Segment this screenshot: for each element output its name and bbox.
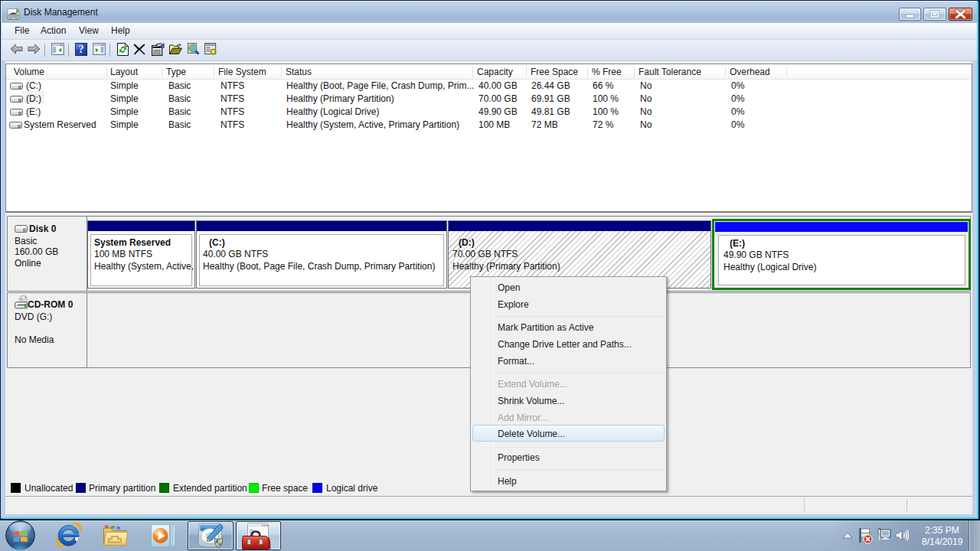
svg-text:?: ? xyxy=(79,44,84,55)
